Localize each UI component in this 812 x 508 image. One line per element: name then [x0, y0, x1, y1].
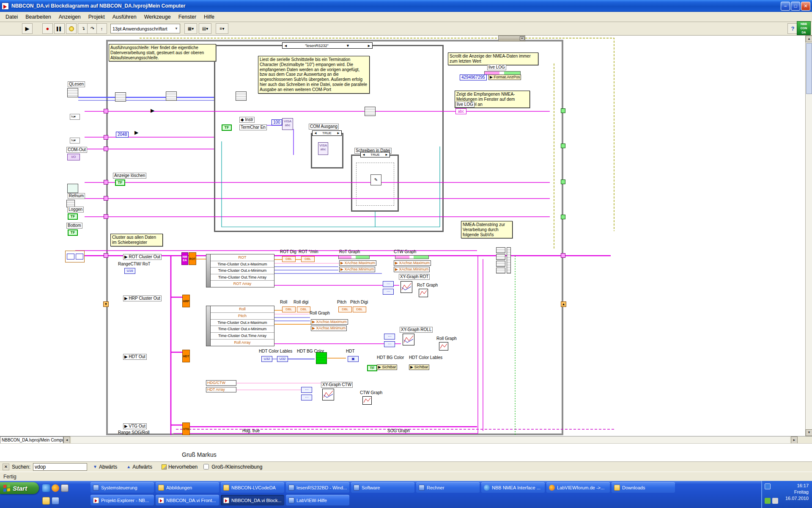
menu-bearbeiten[interactable]: Bearbeiten: [22, 13, 55, 21]
ctw-xmin-property[interactable]: ▶ XAchse.Minimum: [394, 267, 430, 272]
rot-graph-strip[interactable]: [338, 255, 370, 259]
u32-constant[interactable]: U32: [277, 356, 288, 362]
highlight-all-button[interactable]: Hervorheben: [158, 463, 201, 471]
find-previous-button[interactable]: ▲ Aufwärts: [123, 463, 156, 471]
horizontal-scroll-track[interactable]: [71, 436, 790, 444]
find-input[interactable]: [33, 463, 87, 471]
step-out-button[interactable]: ↑: [96, 23, 107, 34]
unbundle-row[interactable]: Time-Cluster Out.x-Minimum: [211, 326, 274, 333]
tunnel[interactable]: [561, 253, 565, 258]
menu-projekt[interactable]: Projekt: [85, 13, 109, 21]
bottom-tf[interactable]: TF: [68, 229, 78, 236]
timestamp-node[interactable]: ⋯: [384, 341, 395, 347]
roll-graph-terminal[interactable]: [439, 342, 448, 351]
unbundle-row[interactable]: Roll: [211, 306, 274, 313]
floating-window-fragment[interactable]: ✕: [498, 36, 525, 41]
distribute-objects-button[interactable]: ▤▾: [199, 23, 211, 34]
schreiben-next-icon[interactable]: ►: [385, 153, 388, 157]
findbar-close-icon[interactable]: ✕: [3, 464, 9, 470]
tunnel[interactable]: [104, 196, 108, 201]
menu-hilfe[interactable]: Hilfe: [200, 13, 218, 21]
com-case-selector[interactable]: ◄ TRUE ►: [312, 130, 342, 136]
tunnel[interactable]: [104, 135, 108, 140]
qlesen-terminal[interactable]: [67, 88, 78, 97]
unbundle-row[interactable]: Time-Cluster Out.Time Array: [211, 333, 274, 340]
reorder-button[interactable]: ≡▾: [216, 23, 228, 34]
scroll-left-icon[interactable]: ◄: [63, 436, 70, 444]
rot-subvi[interactable]: ROT: [189, 252, 196, 265]
shift-register-right[interactable]: ▲: [561, 301, 566, 307]
visa-write-node[interactable]: VISAabc: [318, 142, 328, 155]
roll-digi-indicator[interactable]: DBL: [297, 306, 310, 312]
vertical-scroll-thumb[interactable]: [806, 43, 812, 94]
tunnel[interactable]: [104, 180, 108, 185]
sichtbar-property[interactable]: ▶ Sichtbar: [409, 364, 429, 370]
taskbar-button[interactable]: Software: [351, 482, 414, 493]
converter-node[interactable]: ⋯: [301, 395, 312, 400]
pitch-digi-indicator[interactable]: DBL: [353, 306, 366, 312]
font-selector[interactable]: 13pt Anwendungsschriftart ▼: [110, 24, 180, 33]
taskbar-button[interactable]: NBBCON-LVCodeDA: [221, 482, 284, 493]
write-file-node[interactable]: ✎: [370, 174, 381, 185]
taskbar-button[interactable]: Downloads: [612, 482, 675, 493]
case-selector[interactable]: ◄ "lesenRS232" ▼ ►: [282, 42, 373, 49]
roll-indicator[interactable]: DBL: [282, 306, 296, 312]
find-next-button[interactable]: ▼ Abwärts: [90, 463, 121, 471]
quicklaunch-desktop-icon[interactable]: [61, 484, 69, 492]
unbundle-row[interactable]: Roll Array: [211, 340, 274, 346]
constant-100[interactable]: 100: [272, 119, 282, 125]
scroll-right-icon[interactable]: ►: [791, 436, 798, 444]
refnum-terminal[interactable]: [67, 184, 78, 193]
roll-xmin-property[interactable]: ▶ XAchse.Minimum: [311, 326, 347, 331]
unbundle-rot[interactable]: ROT Time-Cluster Out.x-Maximum Time-Clus…: [206, 254, 274, 287]
index-array-node[interactable]: [507, 247, 511, 273]
rot-xmax-property[interactable]: ▶ XAchse.Maximum: [339, 260, 376, 266]
string-node[interactable]: [115, 92, 126, 102]
com-case-next-icon[interactable]: ►: [337, 131, 340, 135]
menu-anzeigen[interactable]: Anzeigen: [55, 13, 85, 21]
tunnel[interactable]: [561, 179, 565, 184]
timestamp-node[interactable]: ⋯: [383, 281, 394, 287]
hdt-subvi[interactable]: HDT: [182, 350, 190, 362]
tray-language-icon[interactable]: [765, 483, 771, 489]
xy-graph-rot-terminal[interactable]: [401, 281, 412, 293]
hrp-subvi[interactable]: HRP: [182, 295, 190, 307]
pause-button[interactable]: ▌▌: [54, 23, 65, 34]
constant-4294967295[interactable]: 4294967295: [460, 75, 487, 80]
unbundle-row[interactable]: ROT: [211, 254, 274, 261]
constant-2048[interactable]: 2048: [116, 132, 129, 138]
timestamp-node[interactable]: ⋯: [383, 289, 394, 295]
tunnel[interactable]: [104, 214, 108, 219]
menu-datei[interactable]: Datei: [2, 13, 22, 21]
scroll-up-icon[interactable]: ▲: [806, 36, 812, 42]
termchar-tf[interactable]: TF: [222, 124, 232, 131]
rot-min-indicator[interactable]: DBL: [301, 256, 315, 262]
minimize-button[interactable]: –: [781, 2, 790, 11]
build-array-node[interactable]: [496, 247, 505, 253]
rot-xmin-property[interactable]: ▶ XAchse.Minimum: [339, 267, 375, 272]
tunnel[interactable]: [104, 253, 108, 258]
ctw-graph-strip[interactable]: [395, 255, 429, 259]
menu-fenster[interactable]: Fenster: [175, 13, 200, 21]
build-array-node[interactable]: [496, 261, 505, 267]
unbundle-row[interactable]: Time-Cluster Out.Time Array: [211, 274, 274, 281]
hdt-tf[interactable]: TF: [367, 365, 377, 371]
roll-xmax-property[interactable]: ▶ XAchse.Maximum: [311, 319, 348, 325]
tunnel[interactable]: [561, 144, 565, 148]
ctw-graph-terminal[interactable]: [362, 396, 372, 405]
com-case-prev-icon[interactable]: ◄: [314, 131, 317, 135]
xy-graph-roll-terminal[interactable]: [403, 334, 414, 345]
hdt-indicator[interactable]: ▣: [348, 356, 359, 362]
schreiben-prev-icon[interactable]: ◄: [362, 153, 365, 157]
quicklaunch-ie-icon[interactable]: [42, 484, 50, 492]
visa-read-node[interactable]: VISAabc: [282, 118, 293, 130]
align-objects-button[interactable]: ▦▾: [184, 23, 197, 34]
taskbar-button-active[interactable]: NBBCON_DA.vi Block...: [221, 495, 284, 505]
color-table-node[interactable]: [316, 352, 327, 364]
taskbar-button[interactable]: Rechner: [416, 482, 480, 493]
vertical-scrollbar[interactable]: ▲ ▼: [805, 36, 812, 436]
taskbar-button[interactable]: NBBCON_DA.vi Front...: [156, 495, 219, 505]
close-button[interactable]: ✕: [801, 2, 810, 11]
u16-constant[interactable]: U16: [124, 268, 135, 274]
property-format-anzpos[interactable]: ▶ Format.AnzPos: [488, 75, 521, 80]
